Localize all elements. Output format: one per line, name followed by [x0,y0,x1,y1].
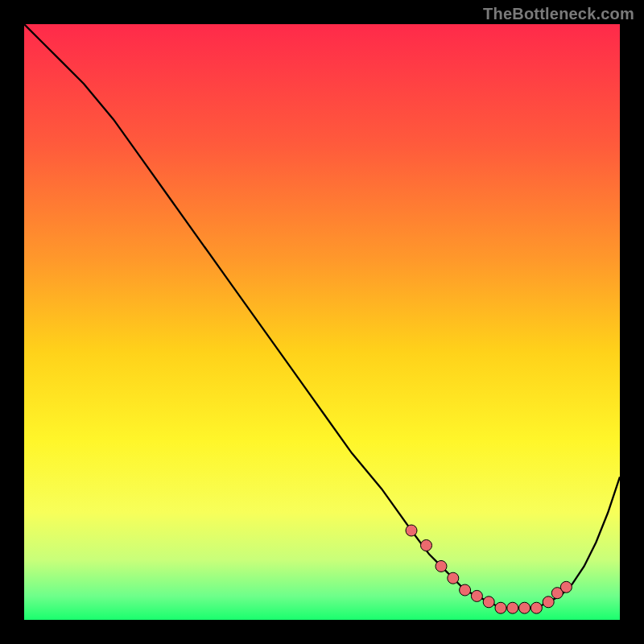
marker-point [483,597,494,608]
marker-point [436,560,447,572]
marker-point [448,572,459,584]
marker-point [519,602,530,613]
marker-point [530,602,542,613]
watermark-text: TheBottleneck.com [483,5,634,23]
gradient-background [24,24,620,620]
marker-point [495,602,506,613]
marker-point [560,581,572,592]
marker-point [471,590,482,601]
marker-point [543,597,554,608]
chart-frame: TheBottleneck.com [0,0,644,644]
marker-point [406,525,417,536]
marker-point [507,602,518,613]
marker-point [460,584,471,596]
chart-svg [24,24,620,620]
plot-area [24,24,620,620]
marker-point [421,540,432,551]
